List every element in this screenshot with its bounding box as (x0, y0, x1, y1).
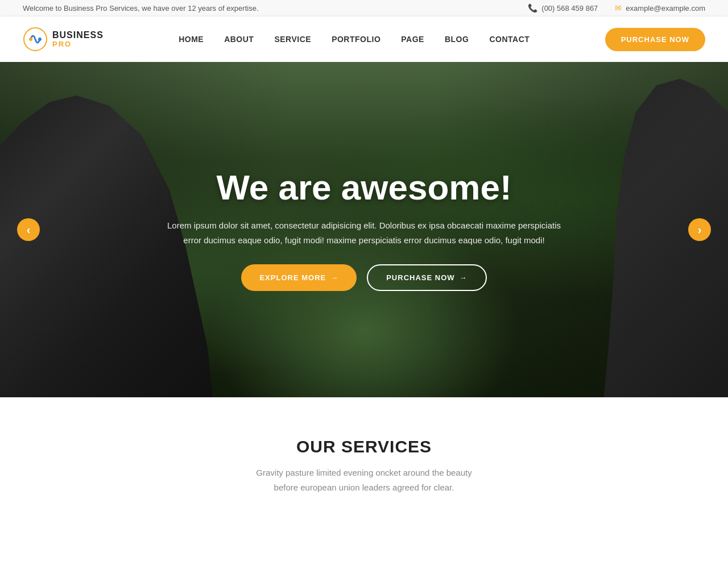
topbar-email: ✉ example@example.com (615, 3, 705, 13)
logo-business-text: BUSINESS (52, 30, 104, 40)
hero-next-button[interactable]: › (688, 218, 711, 241)
topbar-welcome: Welcome to Business Pro Services, we hav… (23, 4, 259, 13)
nav-item-page[interactable]: PAGE (401, 35, 424, 44)
logo-icon (23, 27, 48, 52)
hero-buttons: EXPLORE MORE → PURCHASE NOW → (241, 264, 486, 291)
chevron-right-icon: › (698, 223, 702, 236)
purchase-arrow-icon: → (460, 273, 468, 282)
phone-number: (00) 568 459 867 (541, 4, 598, 13)
logo-pro-text: PRO (52, 40, 104, 48)
nav-item-blog[interactable]: BLOG (445, 35, 469, 44)
topbar: Welcome to Business Pro Services, we hav… (0, 0, 728, 16)
nav-item-about[interactable]: ABOUT (224, 35, 254, 44)
hero-section: ‹ We are awesome! Lorem ipsum dolor sit … (0, 62, 728, 397)
svg-point-1 (29, 38, 32, 41)
topbar-contacts: 📞 (00) 568 459 867 ✉ example@example.com (528, 3, 705, 13)
nav-item-portfolio[interactable]: PORTFOLIO (332, 35, 380, 44)
explore-arrow-icon: → (330, 273, 338, 282)
nav-item-home[interactable]: HOME (179, 35, 204, 44)
hero-title: We are awesome! (216, 168, 511, 207)
logo[interactable]: BUSINESS PRO (23, 27, 104, 52)
header: BUSINESS PRO HOME ABOUT SERVICE PORTFOLI… (0, 16, 728, 62)
email-icon: ✉ (615, 3, 622, 13)
email-address: example@example.com (626, 4, 705, 13)
svg-point-2 (38, 38, 42, 41)
services-section: OUR SERVICES Gravity pasture limited eve… (0, 397, 728, 523)
services-subtitle: Gravity pasture limited evening oncket a… (250, 465, 478, 494)
topbar-phone: 📞 (00) 568 459 867 (528, 3, 598, 13)
purchase-label: PURCHASE NOW (386, 273, 454, 282)
main-nav: HOME ABOUT SERVICE PORTFOLIO PAGE BLOG C… (179, 35, 530, 44)
explore-more-button[interactable]: EXPLORE MORE → (241, 264, 357, 291)
phone-icon: 📞 (528, 3, 537, 13)
hero-content: We are awesome! Lorem ipsum dolor sit am… (0, 62, 728, 397)
hero-prev-button[interactable]: ‹ (17, 218, 40, 241)
hero-purchase-button[interactable]: PURCHASE NOW → (367, 264, 486, 291)
chevron-left-icon: ‹ (27, 223, 31, 236)
nav-item-contact[interactable]: CONTACT (489, 35, 530, 44)
explore-label: EXPLORE MORE (259, 273, 326, 282)
services-title: OUR SERVICES (23, 437, 705, 456)
header-purchase-button[interactable]: PURCHASE NOW (605, 28, 705, 51)
logo-text: BUSINESS PRO (52, 30, 104, 48)
nav-item-service[interactable]: SERVICE (274, 35, 311, 44)
hero-subtitle: Lorem ipsum dolor sit amet, consectetur … (165, 218, 563, 247)
